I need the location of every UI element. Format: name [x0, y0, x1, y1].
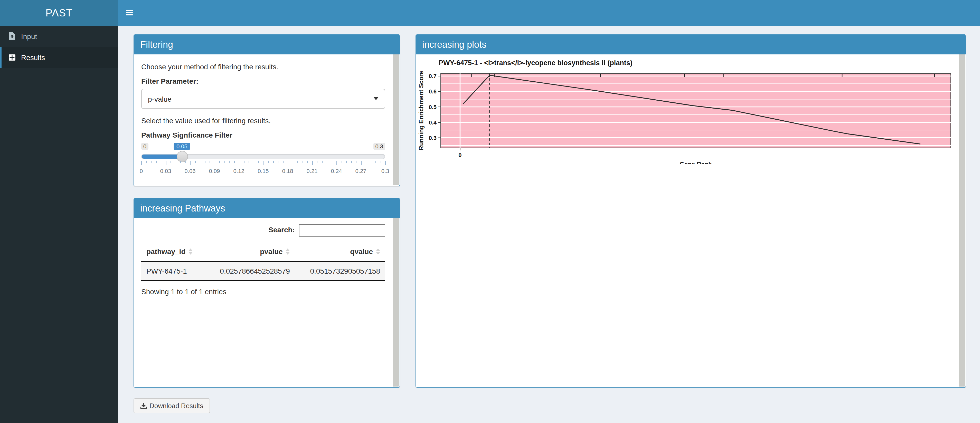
slider-grid-tick	[263, 161, 264, 165]
plots-box-body: 0.30.40.50.60.70PWY-6475-1 - <i>trans</i…	[416, 54, 966, 388]
plots-box-scrollbar[interactable]	[959, 54, 965, 386]
slider-grid-minor-tick	[380, 161, 381, 163]
search-input[interactable]	[299, 224, 385, 237]
slider-grid-minor-tick	[327, 161, 327, 163]
slider-grid-minor-tick	[175, 161, 176, 163]
slider-grid-tick	[239, 161, 239, 165]
slider-grid-minor-tick	[278, 161, 278, 163]
slider-grid-minor-tick	[200, 161, 200, 163]
table-row[interactable]: PWY-6475-1 0.0257866452528579 0.05157329…	[141, 262, 385, 281]
slider-grid-minor-tick	[283, 161, 283, 163]
app-window: PAST Input	[0, 0, 980, 423]
filter-parameter-select[interactable]: p-value	[141, 89, 385, 109]
svg-text:0.3: 0.3	[429, 135, 437, 141]
slider-grid-minor-tick	[322, 161, 322, 163]
column-header-qvalue[interactable]: qvalue	[295, 243, 385, 262]
slider-grid-minor-tick	[146, 161, 146, 163]
slider-grid: 00.030.060.090.120.150.180.210.240.270.3	[141, 161, 385, 176]
cell-qvalue: 0.0515732905057158	[295, 262, 385, 281]
slider-min-badge: 0	[141, 143, 148, 150]
filtering-box-scrollbar[interactable]	[393, 54, 399, 185]
slider-grid-tick	[190, 161, 191, 165]
pathways-box-scrollbar[interactable]	[393, 218, 399, 386]
svg-text:Running Enrichment Score: Running Enrichment Score	[418, 71, 425, 150]
slider-grid-minor-tick	[210, 161, 210, 163]
slider-grid-label: 0.21	[307, 168, 318, 174]
top-navbar: PAST	[0, 0, 980, 25]
slider-grid-minor-tick	[185, 161, 186, 163]
slider-grid-minor-tick	[273, 161, 274, 163]
slider-grid-minor-tick	[244, 161, 244, 163]
increasing-plots-box-title: increasing plots	[416, 35, 966, 54]
slider-grid-minor-tick	[346, 161, 347, 163]
sidebar-item-label: Results	[21, 53, 45, 61]
slider-grid-label: 0.3	[381, 168, 389, 174]
slider-grid-label: 0.09	[209, 168, 220, 174]
app-logo[interactable]: PAST	[0, 0, 118, 25]
svg-text:0: 0	[458, 152, 461, 158]
filtering-box-title: Filtering	[134, 35, 399, 54]
slider-grid-minor-tick	[307, 161, 308, 163]
slider-grid-minor-tick	[205, 161, 205, 163]
table-icon	[8, 54, 16, 60]
download-button-label: Download Results	[150, 402, 204, 410]
download-results-button[interactable]: Download Results	[134, 398, 210, 413]
svg-text:0.5: 0.5	[429, 104, 437, 110]
slider-grid-minor-tick	[253, 161, 254, 163]
table-info: Showing 1 to 1 of 1 entries	[141, 288, 385, 296]
slider-grid-minor-tick	[161, 161, 161, 163]
slider-grid-minor-tick	[366, 161, 366, 163]
slider-grid-label: 0.12	[234, 168, 245, 174]
slider-grid-minor-tick	[219, 161, 220, 163]
slider-grid-label: 0.03	[160, 168, 171, 174]
slider-grid-minor-tick	[151, 161, 151, 163]
slider-value-badge: 0.05	[174, 143, 190, 150]
slider-grid-minor-tick	[156, 161, 156, 163]
increasing-pathways-box: increasing Pathways Search: pathway_id p…	[134, 198, 400, 388]
main-content: Filtering Choose your method of filterin…	[118, 25, 980, 423]
filtering-box: Filtering Choose your method of filterin…	[134, 34, 400, 186]
slider-grid-minor-tick	[234, 161, 234, 163]
significance-filter-label: Pathway Signficance Filter	[141, 131, 385, 139]
sidebar-toggle-hamburger-icon[interactable]	[126, 10, 133, 16]
slider-grid-minor-tick	[224, 161, 225, 163]
slider-grid-tick	[361, 161, 361, 165]
file-upload-icon	[8, 32, 16, 40]
svg-text:0.6: 0.6	[429, 88, 437, 95]
slider-grid-minor-tick	[351, 161, 352, 163]
slider-grid-minor-tick	[248, 161, 249, 163]
slider-grid-tick	[165, 161, 166, 165]
column-header-pvalue[interactable]: pvalue	[205, 243, 295, 262]
slider-track[interactable]	[141, 154, 385, 159]
sort-icon	[189, 248, 193, 256]
cell-pvalue: 0.0257866452528579	[205, 262, 295, 281]
slider-grid-tick	[288, 161, 288, 165]
slider-fill	[142, 154, 182, 159]
slider-grid-minor-tick	[356, 161, 356, 163]
chevron-down-icon	[374, 97, 379, 100]
table-search-row: Search:	[141, 224, 385, 237]
slider-grid-tick	[312, 161, 313, 165]
slider-grid-minor-tick	[371, 161, 371, 163]
column-header-pathway-id[interactable]: pathway_id	[141, 243, 205, 262]
download-icon	[140, 402, 147, 409]
sort-icon	[286, 248, 290, 256]
sidebar-menu: Input Results	[0, 25, 118, 68]
svg-text:Gene Rank: Gene Rank	[679, 161, 712, 164]
slider-grid-tick	[336, 161, 337, 165]
sidebar-item-input[interactable]: Input	[0, 25, 118, 47]
search-label: Search:	[268, 226, 295, 234]
filter-parameter-selected-value: p-value	[148, 95, 172, 103]
slider-grid-minor-tick	[317, 161, 317, 163]
slider-grid-minor-tick	[375, 161, 376, 163]
slider-grid-minor-tick	[258, 161, 259, 163]
sidebar-item-results[interactable]: Results	[0, 47, 118, 68]
slider-grid-tick	[141, 161, 142, 165]
slider-grid-minor-tick	[331, 161, 332, 163]
increasing-plots-box: increasing plots 0.30.40.50.60.70PWY-647…	[415, 34, 966, 388]
slider-grid-minor-tick	[341, 161, 342, 163]
filter-value-help: Select the value used for filtering resu…	[141, 116, 385, 125]
slider-grid-label: 0.06	[185, 168, 196, 174]
svg-text:0.4: 0.4	[429, 119, 437, 126]
enrichment-plot: 0.30.40.50.60.70PWY-6475-1 - <i>trans</i…	[416, 54, 953, 164]
